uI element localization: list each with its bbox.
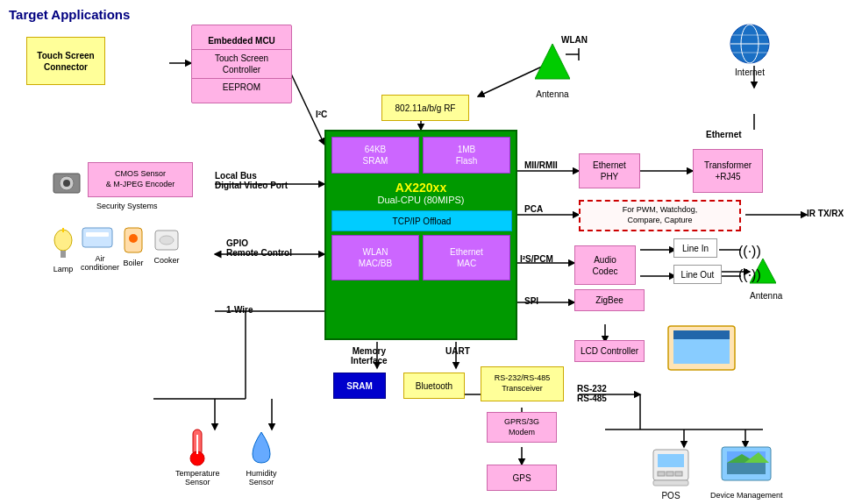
mii-label: MII/RMII (524, 160, 558, 170)
air-cond-label: Air conditioner (81, 254, 119, 272)
touch-screen-connector-box: Touch Screen Connector (26, 37, 105, 85)
svg-point-56 (129, 234, 138, 243)
gps-label: GPS (512, 472, 531, 484)
transformer-box: Transformer +RJ45 (693, 149, 763, 193)
zigbee-label: ZigBee (595, 295, 623, 306)
ir-label: IR TX/RX (807, 209, 844, 218)
cpu-title: AX220xx (326, 181, 516, 195)
uart-label: UART (445, 346, 470, 356)
pos-area: POS (649, 445, 693, 500)
cooker-icon: Cooker (153, 226, 180, 265)
line-in-label: Line In (682, 243, 709, 254)
svg-rect-51 (61, 251, 66, 258)
pca-box-label: For PWM, Watchdog, Compare, Capture (623, 205, 698, 225)
rs232-label: RS-232 RS-485 (577, 384, 607, 403)
svg-rect-64 (658, 472, 665, 476)
ethernet-label: Ethernet (706, 130, 742, 139)
boiler-label: Boiler (121, 259, 146, 267)
svg-point-50 (54, 230, 72, 251)
wlan-mac-label: WLAN MAC/BB (359, 246, 392, 269)
zigbee-box: ZigBee (574, 289, 645, 311)
cooker-label: Cooker (153, 256, 180, 265)
bluetooth-box: Bluetooth (403, 373, 465, 399)
audio-codec-box: Audio Codec (574, 245, 636, 285)
pca-box: For PWM, Watchdog, Compare, Capture (579, 200, 741, 231)
lamp-icon: Lamp (51, 228, 75, 273)
cmos-sensor-box: CMOS Sensor & M-JPEG Encoder (88, 162, 193, 197)
internet-label: Internet (728, 67, 772, 77)
lcd-controller-label: LCD Controller (581, 345, 638, 357)
ethernet-phy-box: Ethernet PHY (579, 153, 640, 188)
svg-rect-67 (653, 480, 688, 486)
line-out-label: Line Out (681, 269, 715, 280)
rs232-transceiver-box: RS-232/RS-485 Transceiver (481, 366, 564, 401)
svg-rect-54 (86, 232, 109, 237)
humidity-sensor-label: Humidity Sensor (244, 469, 279, 486)
rs232-transceiver-label: RS-232/RS-485 Transceiver (495, 373, 551, 394)
audio-codec-label: Audio Codec (593, 254, 618, 277)
touch-screen-controller-label: Touch Screen Controller (215, 53, 268, 75)
flash-box: 1MB Flash (423, 137, 510, 174)
touch-screen-connector-label: Touch Screen Connector (37, 50, 94, 73)
transformer-label: Transformer +RJ45 (704, 160, 752, 182)
gprs-box: GPRS/3G Modem (487, 412, 557, 443)
bluetooth-label: Bluetooth (416, 380, 452, 392)
wlan-label: WLAN (561, 35, 588, 45)
boiler-icon: Boiler (121, 226, 146, 267)
air-cond-icon: Air conditioner (81, 226, 119, 272)
eth-mac-label: Ethernet MAC (450, 246, 483, 269)
cpu-subtitle: Dual-CPU (80MIPS) (326, 195, 516, 205)
svg-marker-37 (535, 44, 570, 79)
lcd-display-icon (666, 324, 737, 374)
svg-rect-46 (673, 330, 730, 339)
line-in-box: Line In (673, 238, 717, 258)
cmos-sensor-label: CMOS Sensor & M-JPEG Encoder (106, 169, 175, 189)
device-mgmt-area: Device Management (710, 445, 783, 500)
one-wire-label: 1-Wire (226, 305, 253, 315)
eth-mac-box: Ethernet MAC (423, 235, 510, 280)
rf-802-box: 802.11a/b/g RF (381, 95, 469, 121)
security-systems-label: Security Systems (96, 202, 158, 210)
svg-rect-66 (675, 472, 682, 476)
gpio-label: GPIO Remote Control (226, 238, 292, 258)
temp-sensor-label: Temperature Sensor (175, 469, 220, 486)
humidity-sensor-area: Humidity Sensor (244, 428, 279, 486)
svg-rect-65 (666, 472, 673, 476)
line-in-antenna: ((·)) (738, 244, 761, 259)
antenna-top-icon: Antenna (535, 44, 570, 99)
svg-rect-53 (82, 228, 112, 247)
gprs-label: GPRS/3G Modem (504, 417, 539, 437)
page-title: Target Applications (9, 7, 130, 22)
antenna-bottom-label: Antenna (750, 291, 782, 301)
antenna-top-label: Antenna (535, 89, 570, 99)
pos-label: POS (649, 491, 693, 500)
sram-top-box: 64KB SRAM (331, 137, 419, 174)
svg-line-1 (289, 70, 324, 145)
eeprom-label: EEPROM (192, 78, 291, 93)
pca-label: PCA (524, 204, 543, 214)
sram-top-label: 64KB SRAM (363, 144, 388, 167)
svg-line-3 (478, 66, 544, 96)
svg-rect-63 (658, 454, 684, 467)
temp-sensor-area: Temperature Sensor (175, 428, 220, 486)
main-cpu-block: 64KB SRAM 1MB Flash AX220xx Dual-CPU (80… (324, 130, 517, 340)
spi-label: SPI (524, 296, 538, 306)
ethernet-phy-label: Ethernet PHY (593, 160, 626, 182)
line-out-box: Line Out (673, 265, 722, 284)
internet-globe-icon: Internet (728, 22, 772, 77)
wlan-mac-box: WLAN MAC/BB (331, 235, 419, 280)
gps-box: GPS (487, 465, 557, 491)
svg-point-49 (63, 180, 70, 187)
embedded-mcu-box: Embedded MCU Touch Screen Controller EEP… (191, 25, 292, 103)
lcd-controller-box: LCD Controller (574, 340, 645, 362)
sram-bottom-box: SRAM (333, 373, 386, 399)
embedded-mcu-label: Embedded MCU (192, 35, 291, 50)
memory-interface-label: Memory Interface (351, 346, 388, 366)
i2c-label: I²C (316, 110, 327, 119)
tcpip-label: TCP/IP Offload (393, 216, 452, 227)
svg-rect-70 (727, 463, 766, 474)
line-out-antenna: ((·)) (738, 267, 761, 283)
local-bus-label: Local Bus Digital Video Port (215, 171, 288, 190)
diagram-container: Target Applications (0, 0, 862, 504)
camera-icon (49, 167, 84, 199)
